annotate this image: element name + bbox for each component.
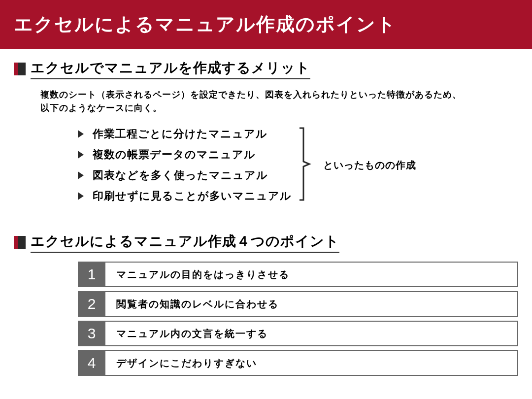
point-row: 1 マニュアルの目的をはっきりさせる xyxy=(78,262,518,287)
merit-text: 図表などを多く使ったマニュアル xyxy=(93,168,268,183)
merit-text: 複数の帳票データのマニュアル xyxy=(93,147,256,162)
list-item: 複数の帳票データのマニュアル xyxy=(78,144,292,165)
point-text: マニュアルの目的をはっきりさせる xyxy=(105,262,518,287)
point-number: 3 xyxy=(78,321,105,346)
heading-marker-icon xyxy=(14,63,26,75)
intro-line-1: 複数のシート（表示されるページ）を設定できたり、図表を入れられたりといった特徴が… xyxy=(40,90,462,100)
section2-heading-text: エクセルによるマニュアル作成４つのポイント xyxy=(31,232,339,253)
merits-row: 作業工程ごとに分けたマニュアル 複数の帳票データのマニュアル 図表などを多く使っ… xyxy=(78,124,518,206)
merit-text: 印刷せずに見ることが多いマニュアル xyxy=(93,189,292,203)
point-number: 2 xyxy=(78,291,105,317)
intro-line-2: 以下のようなケースに向く。 xyxy=(40,103,162,113)
point-row: 2 閲覧者の知識のレベルに合わせる xyxy=(78,291,518,317)
triangle-icon xyxy=(78,192,84,200)
section2: エクセルによるマニュアル作成４つのポイント 1 マニュアルの目的をはっきりさせる… xyxy=(14,232,518,376)
merit-text: 作業工程ごとに分けたマニュアル xyxy=(93,127,267,141)
triangle-icon xyxy=(78,171,84,179)
point-text: マニュアル内の文言を統一する xyxy=(105,321,518,346)
triangle-icon xyxy=(78,130,84,138)
bracket-note: といったものの作成 xyxy=(323,159,416,172)
page-title: エクセルによるマニュアル作成のポイント xyxy=(14,14,397,34)
triangle-icon xyxy=(78,151,84,159)
page-title-banner: エクセルによるマニュアル作成のポイント xyxy=(0,0,532,49)
point-number: 4 xyxy=(78,350,105,376)
merit-list: 作業工程ごとに分けたマニュアル 複数の帳票データのマニュアル 図表などを多く使っ… xyxy=(78,124,292,206)
section1-heading: エクセルでマニュアルを作成するメリット xyxy=(14,59,518,79)
point-row: 3 マニュアル内の文言を統一する xyxy=(78,321,518,346)
point-number: 1 xyxy=(78,262,105,287)
list-item: 作業工程ごとに分けたマニュアル xyxy=(78,124,292,144)
bracket-icon xyxy=(299,127,311,203)
list-item: 印刷せずに見ることが多いマニュアル xyxy=(78,186,292,206)
point-row: 4 デザインにこだわりすぎない xyxy=(78,350,518,376)
points-list: 1 マニュアルの目的をはっきりさせる 2 閲覧者の知識のレベルに合わせる 3 マ… xyxy=(78,262,518,376)
section1-heading-text: エクセルでマニュアルを作成するメリット xyxy=(31,59,310,79)
content-area: エクセルでマニュアルを作成するメリット 複数のシート（表示されるページ）を設定で… xyxy=(0,49,532,376)
point-text: 閲覧者の知識のレベルに合わせる xyxy=(105,291,518,317)
list-item: 図表などを多く使ったマニュアル xyxy=(78,165,292,186)
section2-heading: エクセルによるマニュアル作成４つのポイント xyxy=(14,232,518,253)
point-text: デザインにこだわりすぎない xyxy=(105,350,518,376)
heading-marker-icon xyxy=(14,236,26,249)
section1-intro: 複数のシート（表示されるページ）を設定できたり、図表を入れられたりといった特徴が… xyxy=(40,88,518,115)
